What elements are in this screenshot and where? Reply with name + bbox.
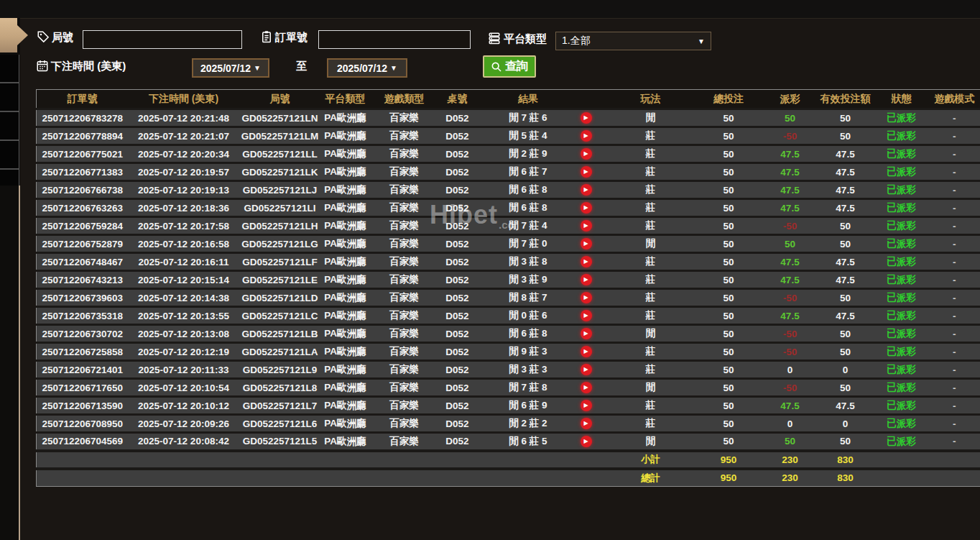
platform-cell: PA歐洲廳: [321, 127, 370, 145]
round-number-input[interactable]: [83, 30, 242, 49]
round-number-cell: GD052257121L7: [239, 397, 321, 415]
order-number-cell: 250712206775021: [37, 145, 129, 163]
result-cell: 閒 8 莊 7 ▶: [476, 289, 608, 307]
table-row: 250712206748467 2025-07-12 20:16:11 GD05…: [37, 253, 980, 271]
result-text: 閒 7 莊 6: [476, 111, 581, 124]
order-number-cell: 250712206721401: [37, 361, 129, 379]
subtotal-row-empty: [321, 451, 370, 469]
play-video-icon[interactable]: ▶: [581, 274, 592, 285]
game-mode-cell: -: [929, 307, 980, 325]
game-mode-cell: -: [929, 271, 980, 289]
result-cell: 閒 6 莊 8 ▶: [476, 199, 608, 217]
valid-bet-cell: 50: [817, 127, 874, 145]
game-mode-cell: -: [929, 217, 980, 235]
platform-type-select[interactable]: 1.全部 ▼: [555, 32, 711, 50]
play-video-icon[interactable]: ▶: [581, 130, 592, 142]
round-number-cell: GD052257121LL: [239, 145, 321, 163]
play-video-icon[interactable]: ▶: [581, 256, 592, 267]
col-time: 下注時間 (美東): [129, 90, 239, 109]
valid-bet-cell: 50: [817, 289, 874, 307]
play-video-icon[interactable]: ▶: [581, 220, 592, 232]
chevron-down-icon: ▼: [254, 64, 261, 72]
bet-type-cell: 莊: [608, 253, 694, 271]
bet-records-table: 訂單號 下注時間 (美東) 局號 平台類型 遊戲類型 桌號 結果 玩法 總投注 …: [36, 89, 980, 487]
game-mode-cell: -: [929, 181, 980, 199]
status-cell: 已派彩: [874, 361, 929, 379]
play-video-icon[interactable]: ▶: [581, 238, 592, 250]
table-row: 250712206735318 2025-07-12 20:13:55 GD05…: [37, 307, 980, 325]
play-video-icon[interactable]: ▶: [581, 310, 592, 321]
result-text: 閒 0 莊 6: [476, 309, 581, 322]
play-video-icon[interactable]: ▶: [581, 166, 592, 178]
bet-type-cell: 閒: [608, 379, 694, 397]
bet-time-label: 下注時間 (美東): [51, 60, 126, 73]
total-row-value: 總計: [608, 469, 694, 487]
game-mode-cell: -: [929, 433, 980, 451]
bet-time-cell: 2025-07-12 20:08:42: [129, 433, 239, 451]
play-video-icon[interactable]: ▶: [581, 328, 592, 339]
platform-cell: PA歐洲廳: [321, 181, 370, 199]
bet-time-cell: 2025-07-12 20:17:58: [129, 217, 239, 235]
order-number-cell: 250712206778894: [37, 127, 129, 145]
table-row: 250712206763263 2025-07-12 20:18:36 GD05…: [37, 199, 980, 217]
chevron-down-icon: ▼: [698, 37, 705, 45]
play-video-icon[interactable]: ▶: [581, 202, 592, 214]
result-cell: 閒 5 莊 4 ▶: [476, 127, 608, 145]
bet-time-cell: 2025-07-12 20:20:34: [129, 145, 239, 163]
total-bet-cell: 50: [694, 415, 764, 433]
game-type-cell: 百家樂: [370, 181, 439, 199]
left-underlay-list: [0, 55, 19, 186]
status-cell: 已派彩: [874, 289, 929, 307]
date-from-picker[interactable]: 2025/07/12 ▼: [192, 58, 269, 78]
platform-type-label: 平台類型: [504, 32, 547, 46]
order-number-cell: 250712206735318: [37, 307, 129, 325]
bet-type-cell: 莊: [608, 127, 694, 145]
play-video-icon[interactable]: ▶: [581, 418, 592, 429]
subtotal-row-value: 230: [764, 451, 817, 469]
game-type-cell: 百家樂: [370, 163, 439, 181]
play-video-icon[interactable]: ▶: [581, 148, 592, 160]
play-video-icon[interactable]: ▶: [581, 382, 592, 393]
platform-cell: PA歐洲廳: [321, 109, 370, 127]
game-type-cell: 百家樂: [370, 145, 439, 163]
payout-cell: -50: [764, 127, 817, 145]
status-cell: 已派彩: [874, 307, 929, 325]
game-type-cell: 百家樂: [370, 199, 439, 217]
result-cell: 閒 0 莊 6 ▶: [476, 307, 608, 325]
payout-cell: -50: [764, 217, 817, 235]
platform-cell: PA歐洲廳: [321, 433, 370, 451]
date-to-picker[interactable]: 2025/07/12 ▼: [327, 58, 407, 78]
valid-bet-cell: 50: [817, 235, 874, 253]
play-video-icon[interactable]: ▶: [581, 184, 592, 196]
play-video-icon[interactable]: ▶: [581, 400, 592, 411]
table-number-cell: D052: [439, 145, 476, 163]
round-number-cell: GD052257121LK: [239, 163, 321, 181]
col-status: 狀態: [874, 90, 929, 109]
subtotal-row-empty: [874, 451, 929, 469]
round-number-label: 局號: [52, 31, 73, 45]
play-video-icon[interactable]: ▶: [581, 292, 592, 303]
platform-cell: PA歐洲廳: [321, 307, 370, 325]
platform-cell: PA歐洲廳: [321, 379, 370, 397]
bet-type-cell: 莊: [608, 397, 694, 415]
bet-time-cell: 2025-07-12 20:11:33: [129, 361, 239, 379]
play-video-icon[interactable]: ▶: [581, 364, 592, 375]
result-text: 閒 3 莊 9: [476, 273, 581, 286]
play-video-icon[interactable]: ▶: [581, 346, 592, 357]
game-type-cell: 百家樂: [370, 379, 439, 397]
result-text: 閒 2 莊 9: [476, 147, 581, 160]
play-video-icon[interactable]: ▶: [581, 436, 592, 447]
game-type-cell: 百家樂: [370, 127, 439, 145]
order-number-input[interactable]: [318, 30, 471, 49]
table-row: 250712206708950 2025-07-12 20:09:26 GD05…: [37, 415, 980, 433]
total-bet-cell: 50: [694, 127, 764, 145]
bet-time-cell: 2025-07-12 20:15:14: [129, 271, 239, 289]
status-cell: 已派彩: [874, 109, 929, 127]
game-mode-cell: -: [929, 199, 980, 217]
total-row-empty: [370, 469, 439, 487]
play-video-icon[interactable]: ▶: [581, 112, 592, 124]
payout-cell: 47.5: [764, 271, 817, 289]
round-number-cell: GD052257121LC: [239, 307, 321, 325]
search-button[interactable]: 查詢: [483, 55, 536, 78]
bet-type-cell: 莊: [608, 163, 694, 181]
